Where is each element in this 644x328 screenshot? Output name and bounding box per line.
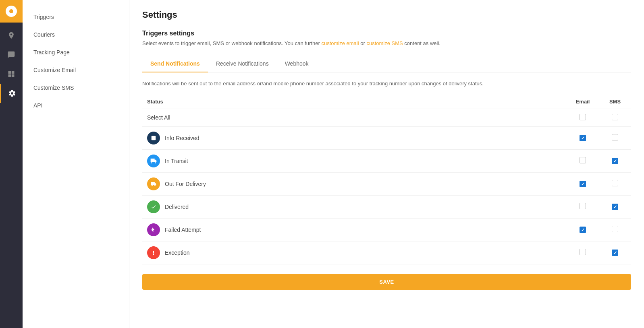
section-desc: Select events to trigger email, SMS or w… <box>142 39 631 47</box>
table-row: Info Received <box>142 126 631 149</box>
select-all-sms-cell <box>599 109 631 126</box>
status-cell: Delivered <box>142 195 567 218</box>
status-row-label: Out For Delivery <box>147 177 562 190</box>
email-cell <box>567 241 599 264</box>
select-all-email-checkbox[interactable] <box>580 114 586 120</box>
sidebar-item-api[interactable]: API <box>23 97 129 114</box>
email-checkbox-2[interactable] <box>580 181 586 187</box>
customize-sms-link[interactable]: customize SMS <box>366 40 403 46</box>
tab-send-notifications[interactable]: Send Notifications <box>142 56 208 72</box>
tab-receive-notifications[interactable]: Receive Notifications <box>208 56 277 72</box>
status-name: Exception <box>165 250 189 256</box>
sms-cell <box>599 195 631 218</box>
save-button[interactable]: SAVE <box>142 274 631 290</box>
email-cell <box>567 218 599 241</box>
tabs-container: Send Notifications Receive Notifications… <box>142 56 631 72</box>
table-row-select-all: Select All <box>142 109 631 126</box>
status-cell: Failed Attempt <box>142 218 567 241</box>
svg-rect-0 <box>152 136 156 140</box>
col-header-email: Email <box>567 95 599 109</box>
app-logo[interactable] <box>0 0 23 23</box>
status-cell: Info Received <box>142 126 567 149</box>
sms-cell <box>599 218 631 241</box>
notification-description: Notifications will be sent out to the em… <box>142 80 631 87</box>
status-row-label: Delivered <box>147 200 562 213</box>
email-cell <box>567 195 599 218</box>
icon-bar <box>0 0 23 328</box>
sms-checkbox-3[interactable] <box>612 204 618 210</box>
sms-checkbox-2[interactable] <box>612 180 618 186</box>
triggers-section: Triggers settings Select events to trigg… <box>142 30 631 56</box>
email-checkbox-5[interactable] <box>580 249 586 255</box>
sidebar-item-tracking-page[interactable]: Tracking Page <box>23 43 129 61</box>
select-all-sms-checkbox[interactable] <box>612 114 618 120</box>
status-row-label: Info Received <box>147 132 562 144</box>
sms-cell <box>599 126 631 149</box>
email-checkbox-3[interactable] <box>580 203 586 209</box>
customize-email-link[interactable]: customize email <box>321 40 359 46</box>
email-cell <box>567 149 599 172</box>
status-cell: In Transit <box>142 149 567 172</box>
status-icon-out-for-delivery <box>147 177 160 190</box>
status-cell: Out For Delivery <box>142 172 567 195</box>
sidebar-item-customize-sms[interactable]: Customize SMS <box>23 79 129 97</box>
table-row: Failed Attempt <box>142 218 631 241</box>
select-all-email-cell <box>567 109 599 126</box>
status-name: Delivered <box>165 204 189 210</box>
status-icon-exception: ! <box>147 246 160 259</box>
tab-webhook[interactable]: Webhook <box>277 56 317 72</box>
sms-cell <box>599 149 631 172</box>
select-all-label: Select All <box>142 109 567 126</box>
status-cell: ! Exception <box>142 241 567 264</box>
table-row: ! Exception <box>142 241 631 264</box>
status-name: In Transit <box>165 158 188 164</box>
status-icon-in-transit <box>147 155 160 167</box>
sms-checkbox-5[interactable] <box>612 250 618 256</box>
sms-checkbox-4[interactable] <box>612 226 618 232</box>
or-text: or <box>359 40 367 46</box>
col-header-status: Status <box>142 95 567 109</box>
main-content: Settings Triggers settings Select events… <box>129 0 644 328</box>
logo-dot <box>9 9 13 13</box>
sms-checkbox-0[interactable] <box>612 134 618 140</box>
status-icon-failed-attempt <box>147 223 160 236</box>
svg-point-1 <box>151 162 152 163</box>
status-row-label: Failed Attempt <box>147 223 562 236</box>
sidebar-item-triggers[interactable]: Triggers <box>23 8 129 26</box>
svg-point-2 <box>155 162 156 163</box>
email-checkbox-4[interactable] <box>580 227 586 233</box>
status-name: Failed Attempt <box>165 227 201 233</box>
sidebar: Triggers Couriers Tracking Page Customiz… <box>23 0 129 328</box>
status-row-label: ! Exception <box>147 246 562 259</box>
email-cell <box>567 172 599 195</box>
table-row: Out For Delivery <box>142 172 631 195</box>
table-row: Delivered <box>142 195 631 218</box>
email-checkbox-1[interactable] <box>580 157 586 163</box>
section-desc-text1: Select events to trigger email, SMS or w… <box>142 40 321 46</box>
status-row-label: In Transit <box>147 155 562 167</box>
section-desc-text2: content as well. <box>403 40 440 46</box>
status-name: Out For Delivery <box>165 181 206 187</box>
logo-icon <box>6 6 17 17</box>
status-table: Status Email SMS Select All Info Receive… <box>142 95 631 264</box>
location-icon[interactable] <box>0 26 23 45</box>
col-header-sms: SMS <box>599 95 631 109</box>
email-checkbox-0[interactable] <box>580 135 586 141</box>
settings-icon[interactable] <box>0 84 23 103</box>
status-name: Info Received <box>165 135 199 141</box>
section-title: Triggers settings <box>142 30 631 37</box>
sidebar-item-customize-email[interactable]: Customize Email <box>23 61 129 79</box>
status-icon-info-received <box>147 132 160 144</box>
sms-checkbox-1[interactable] <box>612 158 618 164</box>
email-cell <box>567 126 599 149</box>
message-icon[interactable] <box>0 45 23 64</box>
table-row: In Transit <box>142 149 631 172</box>
sms-cell <box>599 172 631 195</box>
sidebar-item-couriers[interactable]: Couriers <box>23 26 129 43</box>
page-title: Settings <box>142 10 631 20</box>
sms-cell <box>599 241 631 264</box>
status-icon-delivered <box>147 200 160 213</box>
grid-icon[interactable] <box>0 64 23 84</box>
